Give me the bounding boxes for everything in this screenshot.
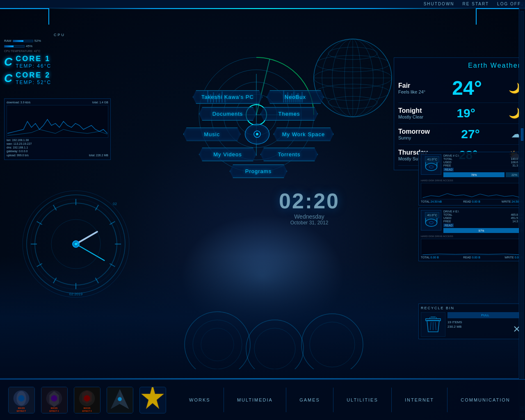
svg-point-65 <box>425 163 437 171</box>
net-dns: dns: 192.168.1.1 <box>7 146 108 149</box>
weather-current: Fair Feels like 24° 24° 🌙 <box>398 73 521 103</box>
taskbar-section-internet[interactable]: INTERNET <box>405 397 434 402</box>
drive1-io-read: READ 0.00 B <box>463 200 480 203</box>
weather-feels: Feels like 24° <box>398 89 425 94</box>
drive1-bar-row: 78% 22% <box>443 172 523 177</box>
menu-workspace[interactable]: My Work Space <box>274 128 334 141</box>
drive2-io-total: TOTAL 0.00 B <box>421 256 439 259</box>
drive1-io-graph <box>421 183 523 199</box>
taskbar-apps: MASS EFFECT MASS EFFECT 2 <box>0 387 174 413</box>
menu-neobux[interactable]: NeoBux <box>267 90 324 104</box>
taskbar-divider-1 <box>224 388 224 412</box>
skyrim-icon <box>107 387 133 413</box>
recycle-bin: RECYCLE BIN FULL 19 ITEMS 230.2 MB <box>418 304 525 339</box>
top-frame-right <box>476 8 525 25</box>
svg-text:02: 02 <box>113 202 117 206</box>
download-speed: download: 3.9 kb/s <box>7 101 30 104</box>
taskbar-section-utilities[interactable]: ULTILITIES <box>347 397 378 402</box>
taskbar-section-games[interactable]: GAMES <box>299 397 320 402</box>
weather-current-label: Fair <box>398 82 425 89</box>
menu-takeshi[interactable]: Takeshi Kawa's PC <box>193 90 262 104</box>
core1-name: CORE 1 <box>16 55 51 63</box>
weather-tomorrow: Tomorrow Sunny 27° ☁ <box>398 124 521 145</box>
drive1-access-label: HARD DISK DRIVE ACCESS <box>421 179 523 182</box>
weather-current-temp: 24° <box>452 77 482 99</box>
drives-panel: 41.0°C DRIVE # C:\ TO <box>418 152 525 263</box>
taskbar-section-works[interactable]: WORKS <box>189 397 210 402</box>
weather-tonight: Tonight Mostly Clear 19° 🌙 <box>398 103 521 124</box>
svg-point-62 <box>256 133 258 135</box>
drive2-bar-row: 97% 3% <box>443 228 523 233</box>
upload-total: total: 226.2 MB <box>89 154 108 157</box>
menu-programs[interactable]: Programs <box>230 164 287 178</box>
taskbar-app-starwars[interactable] <box>139 387 166 413</box>
me2-icon: MASS EFFECT 2 <box>41 387 68 413</box>
menu-themes[interactable]: Themes <box>260 107 318 121</box>
network-widget: download: 3.9 kb/s total: 1.4 GB lan: 19… <box>4 98 111 160</box>
svg-point-94 <box>18 395 25 402</box>
recycle-status: FULL <box>447 312 523 318</box>
recycle-size: 230.2 MB <box>447 325 523 329</box>
svg-point-104 <box>84 395 90 402</box>
weather-tonight-temp: 19° <box>457 106 475 120</box>
svg-rect-75 <box>426 319 441 321</box>
analog-clock: 02 02:2019 <box>21 189 131 299</box>
weather-tomorrow-temp: 27° <box>461 127 479 141</box>
svg-line-81 <box>435 322 436 330</box>
menu-row-4: My Videos Torrents <box>139 148 377 161</box>
menu-documents[interactable]: Documents <box>199 107 256 121</box>
weather-tomorrow-label: Tomorrow <box>398 128 430 135</box>
weather-tonight-condition: Mostly Clear <box>398 114 423 119</box>
taskbar-app-me3[interactable]: MASS EFFECT 3 <box>74 387 100 413</box>
taskbar-section-multimedia[interactable]: MULTIMEDIA <box>237 397 273 402</box>
shutdown-button[interactable]: SHUTDOWN <box>424 2 454 6</box>
menu-music[interactable]: Music <box>183 128 241 141</box>
taskbar-sections: WORKS MULTIMEDIA GAMES ULTILITIES INTERN… <box>174 388 525 412</box>
taskbar-divider-5 <box>447 388 447 412</box>
svg-text:EFFECT: EFFECT <box>17 410 26 412</box>
restart-button[interactable]: RE START <box>463 2 489 6</box>
right-scrollbar: ▲ ✦ ▼ <box>519 0 525 420</box>
menu-center-btn[interactable] <box>245 124 269 144</box>
menu-videos[interactable]: My Videos <box>199 148 256 161</box>
svg-text:MASS: MASS <box>18 407 25 409</box>
core2-name: CORE 2 <box>16 71 51 80</box>
drive2-io-labels: TOTAL 0.00 B READ 0.00 B WRITE 0.00 B <box>421 256 523 259</box>
scroll-track[interactable] <box>520 11 524 402</box>
weather-tomorrow-condition: Sunny <box>398 135 430 140</box>
core2-c-letter: C <box>4 73 12 84</box>
taskbar-app-skyrim[interactable] <box>107 387 133 413</box>
taskbar-app-me2[interactable]: MASS EFFECT 2 <box>41 387 68 413</box>
cpu-pct: 45% <box>26 44 32 48</box>
clock-time: 02:20 <box>279 189 340 213</box>
svg-point-85 <box>193 320 242 369</box>
network-graph <box>7 105 108 138</box>
drive2-label: DRIVE # E:\ <box>443 210 459 213</box>
internet-label: INTERNET <box>405 397 434 402</box>
drive2-top: 41.0°C DRIVE # E:\ TO <box>421 210 523 233</box>
games-label: GAMES <box>299 397 320 402</box>
core2-info: CORE 2 TEMP: 52°C <box>16 71 51 85</box>
taskbar-divider-3 <box>333 388 333 412</box>
multimedia-label: MULTIMEDIA <box>237 397 273 402</box>
taskbar-section-communication[interactable]: COMMUNICATION <box>461 397 510 402</box>
clock-day: Wednesday <box>279 213 340 220</box>
ram-pct: 52% <box>34 39 41 43</box>
core2-item: C CORE 2 TEMP: 52°C <box>4 71 115 85</box>
recycle-icon <box>421 312 445 337</box>
drive2-access-label: HARD DISK DRIVE ACCESS <box>421 235 523 237</box>
weather-tonight-label: Tonight <box>398 107 423 114</box>
upload-speed: upload: 999.0 b/s <box>7 154 29 157</box>
starwars-icon <box>139 387 166 413</box>
taskbar-app-me1[interactable]: MASS EFFECT <box>8 387 35 413</box>
logout-button[interactable]: LOG OFF <box>497 2 521 6</box>
svg-point-71 <box>425 219 437 226</box>
recycle-content: FULL 19 ITEMS 230.2 MB <box>421 312 523 337</box>
cpu-widget: CPU RAM 52% 45% CPU TEMPERATURE: 42°C C <box>4 33 115 85</box>
menu-row-3: Music My Work Space <box>139 124 377 144</box>
recycle-stats: FULL 19 ITEMS 230.2 MB <box>447 312 523 337</box>
me3-icon: MASS EFFECT 3 <box>74 387 100 413</box>
drive2-temp: 41.0°C <box>425 212 439 218</box>
communication-label: COMMUNICATION <box>461 397 510 402</box>
menu-torrents[interactable]: Torrents <box>260 148 318 161</box>
